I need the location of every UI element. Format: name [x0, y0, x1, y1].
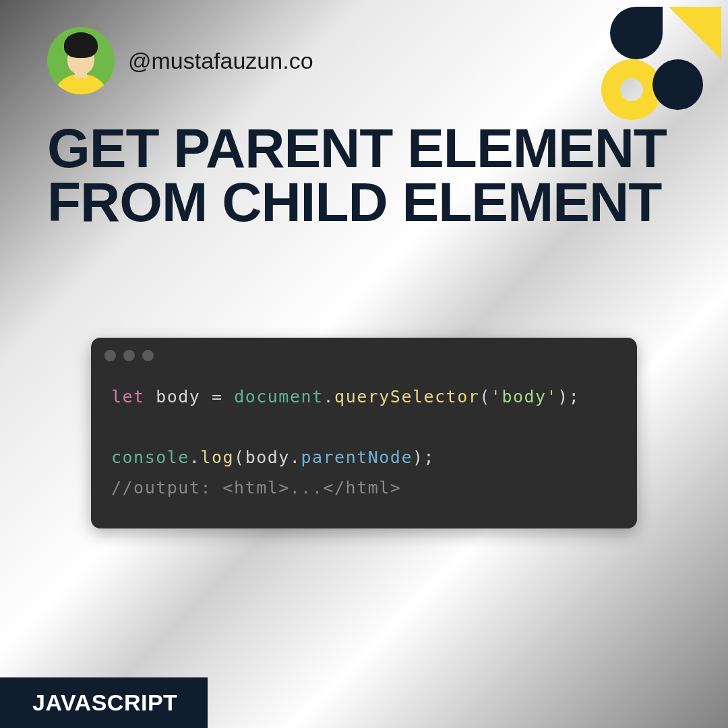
code-window: let body = document.querySelector('body'…: [91, 338, 637, 528]
code-blank-line: [111, 412, 617, 442]
title-line-2: FROM CHILD ELEMENT: [47, 175, 728, 229]
window-dot-icon: [123, 350, 135, 361]
code-line-1: let body = document.querySelector('body'…: [111, 382, 617, 412]
avatar: [47, 27, 115, 94]
window-dot-icon: [142, 350, 154, 361]
triangle-shape-icon: [669, 7, 721, 59]
window-dot-icon: [104, 350, 116, 361]
window-controls: [91, 338, 637, 368]
code-content: let body = document.querySelector('body'…: [91, 368, 637, 528]
code-line-3: //output: <html>...</html>: [111, 473, 617, 503]
code-line-2: console.log(body.parentNode);: [111, 442, 617, 473]
decoration-shapes: [573, 7, 721, 155]
author-handle: @mustafauzun.co: [128, 48, 313, 74]
category-tag: JAVASCRIPT: [0, 677, 208, 728]
leaf-shape-icon: [610, 7, 663, 59]
circle-shape-icon: [653, 59, 703, 110]
